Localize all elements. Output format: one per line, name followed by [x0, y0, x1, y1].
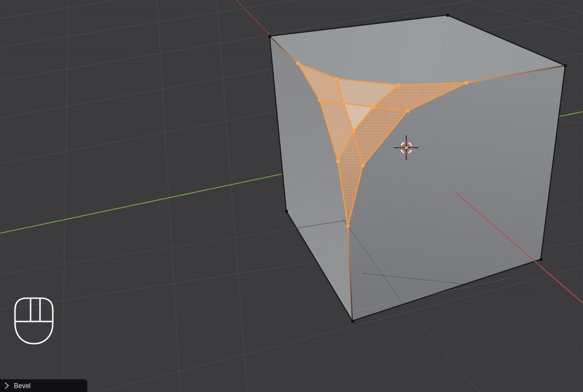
- viewport-3d[interactable]: Bevel: [0, 0, 583, 392]
- operator-panel-background[interactable]: [0, 379, 87, 392]
- viewport-canvas[interactable]: Bevel: [0, 0, 583, 392]
- operator-panel[interactable]: Bevel: [0, 379, 87, 392]
- dither-overlay: [0, 0, 583, 392]
- operator-panel-label[interactable]: Bevel: [14, 382, 31, 390]
